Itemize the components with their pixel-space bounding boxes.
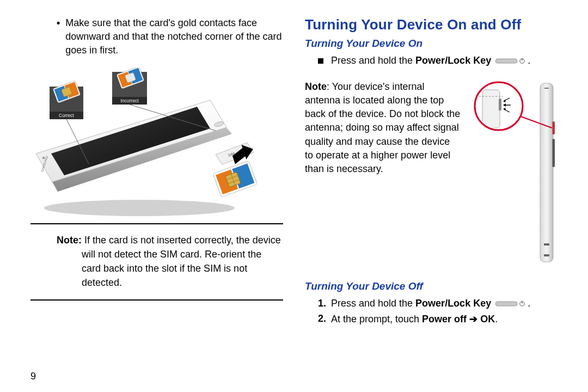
antenna-note-text-wrap: Note: Your device's internal antenna is … — [305, 80, 461, 267]
sim-figure-svg: SAMSUNG SIM — [30, 68, 265, 220]
right-column: Turning Your Device On and Off Turning Y… — [305, 16, 558, 365]
turn-off-step-2: 2. At the prompt, touch Power off ➔ OK. — [318, 313, 558, 325]
antenna-note-block: Note: Your device's internal antenna is … — [305, 80, 558, 267]
manual-page: • Make sure that the card's gold contact… — [0, 0, 588, 392]
sim-note-text: If the card is not inserted correctly, t… — [82, 235, 281, 288]
two-column-layout: • Make sure that the card's gold contact… — [30, 16, 558, 365]
svg-rect-43 — [499, 99, 501, 111]
sim-note-box: Note: If the card is not inserted correc… — [30, 229, 283, 301]
antenna-note-text: : Your device's internal antenna is loca… — [305, 81, 460, 174]
antenna-note-label: Note — [305, 81, 327, 92]
note-label: Note: — [57, 235, 82, 246]
subheading-off: Turning Your Device Off — [305, 280, 558, 292]
turn-off-step-1-text: Press and hold the Power/Lock Key . — [331, 298, 530, 310]
step-number-2: 2. — [318, 313, 331, 324]
svg-rect-30 — [495, 59, 517, 63]
figure-correct-label: Correct — [59, 113, 75, 118]
power-figure-svg — [470, 80, 558, 265]
power-button-figure — [470, 80, 558, 267]
svg-rect-34 — [544, 88, 549, 89]
svg-point-1 — [44, 200, 235, 216]
svg-rect-51 — [495, 302, 517, 306]
svg-rect-35 — [553, 121, 555, 134]
sim-insert-text: Make sure that the card's gold contacts … — [65, 16, 283, 58]
svg-rect-38 — [544, 254, 549, 256]
step-number-1: 1. — [318, 298, 331, 309]
sim-insert-figure: SAMSUNG SIM — [30, 68, 283, 224]
turn-on-step-text: Press and hold the Power/Lock Key . — [331, 55, 530, 67]
figure-incorrect-label: Incorrect — [120, 98, 139, 103]
square-bullet-icon — [318, 58, 323, 64]
turn-off-step-1: 1. Press and hold the Power/Lock Key . — [318, 298, 558, 310]
sim-insert-bullet: • Make sure that the card's gold contact… — [57, 16, 283, 58]
turn-off-step-2-text: At the prompt, touch Power off ➔ OK. — [331, 313, 498, 325]
svg-rect-36 — [553, 139, 555, 167]
turn-on-step-1: Press and hold the Power/Lock Key . — [318, 55, 558, 67]
power-lock-key-icon — [495, 56, 526, 67]
left-column: • Make sure that the card's gold contact… — [30, 16, 283, 365]
section-heading: Turning Your Device On and Off — [305, 16, 558, 33]
svg-rect-42 — [482, 90, 500, 128]
svg-rect-37 — [544, 243, 549, 246]
svg-rect-33 — [540, 83, 553, 262]
turn-on-steps: Press and hold the Power/Lock Key . — [318, 55, 558, 70]
sim-note-text-line: Note: If the card is not inserted correc… — [82, 233, 283, 290]
bullet-dot: • — [57, 16, 60, 58]
turn-off-steps: 1. Press and hold the Power/Lock Key . — [318, 298, 558, 328]
page-number: 9 — [30, 371, 36, 382]
power-lock-key-icon — [495, 298, 526, 310]
subheading-on: Turning Your Device On — [305, 38, 558, 50]
